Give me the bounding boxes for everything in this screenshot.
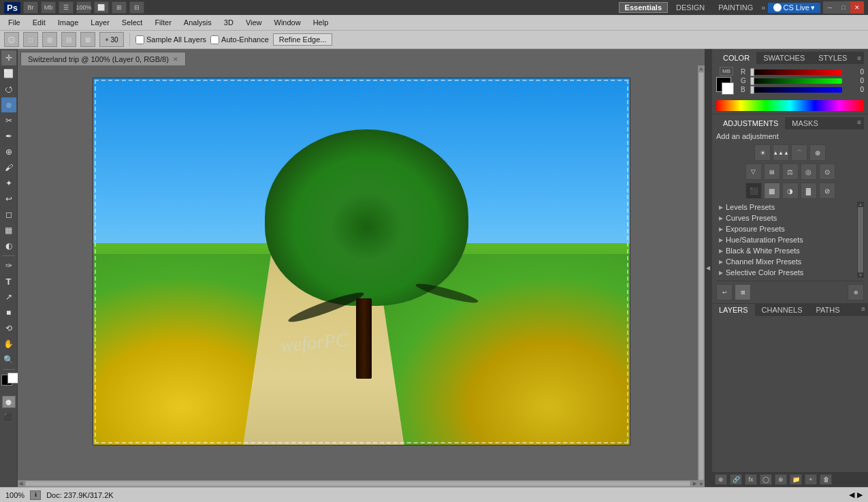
eraser-tool[interactable]: ◻ bbox=[1, 207, 16, 222]
layer-mask-icon[interactable]: ◯ bbox=[760, 474, 772, 485]
brush-size-display[interactable]: ● 30 bbox=[99, 32, 124, 47]
preset-hue-sat[interactable]: ▶ Hue/Saturation Presets bbox=[716, 234, 857, 245]
color-spectrum[interactable] bbox=[716, 100, 864, 111]
b-slider[interactable] bbox=[750, 87, 842, 93]
design-button[interactable]: DESIGN bbox=[671, 3, 710, 12]
layers-panel-menu-icon[interactable]: ≡ bbox=[858, 304, 868, 316]
curves-adj-icon[interactable]: ⌒ bbox=[791, 144, 807, 161]
gradient-tool[interactable]: ▦ bbox=[1, 223, 16, 238]
menu-file[interactable]: File bbox=[3, 17, 26, 28]
hue-sat-adj-icon[interactable]: ▽ bbox=[745, 163, 762, 180]
exposure-adj-icon[interactable]: ⊕ bbox=[809, 144, 826, 161]
layer-link-icon[interactable]: 🔗 bbox=[730, 474, 742, 485]
dodge-tool[interactable]: ◐ bbox=[1, 238, 16, 253]
menu-edit[interactable]: Edit bbox=[27, 17, 51, 28]
spot-healing-tool[interactable]: ⊕ bbox=[1, 144, 16, 159]
bw-adj-icon[interactable]: ⚖ bbox=[782, 163, 799, 180]
horizontal-scrollbar[interactable]: ◀ ▶ bbox=[18, 480, 698, 487]
tab-masks[interactable]: MASKS bbox=[785, 117, 825, 129]
zoom-display[interactable]: 100% bbox=[76, 1, 91, 14]
menu-3d[interactable]: 3D bbox=[219, 17, 239, 28]
close-tab-icon[interactable]: ✕ bbox=[173, 56, 178, 63]
channel-mixer-adj-icon[interactable]: ⊙ bbox=[819, 163, 835, 180]
adj-scroll-down[interactable]: ▼ bbox=[858, 273, 863, 277]
adj-panel-right-icon[interactable]: ⊗ bbox=[848, 284, 864, 300]
b-thumb[interactable] bbox=[750, 86, 754, 94]
eyedropper-tool[interactable]: ✒ bbox=[1, 129, 16, 144]
menu-analysis[interactable]: Analysis bbox=[178, 17, 217, 28]
levels-adj-icon[interactable]: ▲▲▲ bbox=[773, 144, 789, 161]
clone-stamp-tool[interactable]: ✦ bbox=[1, 176, 16, 191]
minimize-button[interactable]: ─ bbox=[823, 1, 837, 14]
adj-panel-menu-icon[interactable]: ≡ bbox=[854, 117, 864, 129]
scroll-left-arrow[interactable]: ◀ bbox=[18, 481, 24, 486]
maximize-button[interactable]: □ bbox=[837, 1, 850, 14]
scroll-right-arrow[interactable]: ▶ bbox=[692, 481, 698, 486]
sample-all-layers-input[interactable] bbox=[135, 35, 144, 44]
mb-button[interactable]: MB bbox=[720, 67, 733, 76]
zoom-tool[interactable]: 🔍 bbox=[1, 352, 16, 367]
menu-filter[interactable]: Filter bbox=[149, 17, 176, 28]
intersect-selection-icon[interactable]: ⊠ bbox=[80, 32, 95, 47]
tab-styles[interactable]: STYLES bbox=[811, 52, 854, 64]
tab-channels[interactable]: CHANNELS bbox=[755, 304, 809, 316]
mini-bridge-button[interactable]: Mb bbox=[41, 1, 56, 14]
tab-layers[interactable]: LAYERS bbox=[712, 304, 755, 316]
brush-tool[interactable]: 🖌 bbox=[1, 160, 16, 175]
canvas-container[interactable]: weforPC bbox=[18, 65, 705, 487]
preset-curves[interactable]: ▶ Curves Presets bbox=[716, 213, 857, 223]
quick-mask-button[interactable]: ⬤ bbox=[2, 396, 16, 408]
menu-image[interactable]: Image bbox=[52, 17, 84, 28]
history-brush-tool[interactable]: ↩ bbox=[1, 191, 16, 206]
scroll-up-arrow[interactable]: ▲ bbox=[699, 66, 704, 71]
preset-selective-color[interactable]: ▶ Selective Color Presets bbox=[716, 267, 857, 278]
document-tab[interactable]: Switzerland trip @ 100% (Layer 0, RGB/8)… bbox=[20, 52, 186, 65]
refine-edge-button[interactable]: Refine Edge... bbox=[273, 33, 333, 46]
layer-adj-icon[interactable]: ⊕ bbox=[775, 474, 787, 485]
color-panel-menu-icon[interactable]: ≡ bbox=[854, 53, 864, 63]
menu-window[interactable]: Window bbox=[269, 17, 306, 28]
menu-help[interactable]: Help bbox=[308, 17, 334, 28]
adj-presets-scrollbar[interactable]: ▲ ▼ bbox=[857, 202, 864, 278]
preset-exposure[interactable]: ▶ Exposure Presets bbox=[716, 223, 857, 234]
preset-bw[interactable]: ▶ Black & White Presets bbox=[716, 245, 857, 256]
new-layer-icon[interactable]: + bbox=[805, 474, 817, 485]
scroll-thumb[interactable] bbox=[698, 72, 704, 480]
vertical-scrollbar[interactable]: ▲ ▼ bbox=[698, 65, 705, 487]
close-button[interactable]: ✕ bbox=[850, 1, 864, 14]
delete-layer-icon[interactable]: 🗑 bbox=[820, 474, 832, 485]
g-slider[interactable] bbox=[750, 78, 842, 84]
g-thumb[interactable] bbox=[750, 77, 754, 85]
menu-layer[interactable]: Layer bbox=[85, 17, 115, 28]
bridge-button[interactable]: Br bbox=[23, 1, 38, 14]
adj-scroll-thumb[interactable] bbox=[858, 207, 863, 272]
screen-options-button[interactable]: ⊟ bbox=[129, 1, 144, 14]
tab-adjustments[interactable]: ADJUSTMENTS bbox=[716, 117, 785, 129]
threshold-adj-icon[interactable]: ◑ bbox=[782, 183, 799, 199]
scroll-h-thumb[interactable] bbox=[25, 481, 690, 486]
rectangular-marquee-tool[interactable]: ⬜ bbox=[1, 66, 16, 81]
r-thumb[interactable] bbox=[750, 68, 754, 76]
painting-button[interactable]: PAINTING bbox=[713, 3, 758, 12]
gradient-map-adj-icon[interactable]: ▓ bbox=[801, 183, 817, 199]
sample-all-layers-checkbox[interactable]: Sample All Layers bbox=[135, 35, 206, 44]
clip-to-layer-adj-icon[interactable]: ⊠ bbox=[735, 284, 751, 300]
hand-tool[interactable]: ✋ bbox=[1, 336, 16, 351]
tab-color[interactable]: COLOR bbox=[716, 52, 756, 64]
tab-paths[interactable]: PATHS bbox=[809, 304, 847, 316]
status-scroll-right-icon[interactable]: ▶ bbox=[857, 490, 863, 499]
brightness-adj-icon[interactable]: ☀ bbox=[754, 144, 771, 161]
layer-filter-icon[interactable]: ⊕ bbox=[715, 474, 727, 485]
panel-collapse-handle[interactable]: ◀ bbox=[705, 49, 711, 487]
crop-tool[interactable]: ✂ bbox=[1, 113, 16, 128]
lasso-tool[interactable]: ⭯ bbox=[1, 82, 16, 97]
rectangle-tool[interactable]: ■ bbox=[1, 305, 16, 320]
essentials-button[interactable]: Essentials bbox=[619, 2, 668, 13]
preset-levels[interactable]: ▶ Levels Presets bbox=[716, 202, 857, 213]
new-selection-icon[interactable]: □ bbox=[23, 32, 38, 47]
tab-swatches[interactable]: SWATCHES bbox=[756, 52, 811, 64]
path-selection-tool[interactable]: ↗ bbox=[1, 289, 16, 304]
status-info-button[interactable]: ℹ bbox=[30, 490, 41, 500]
background-color[interactable] bbox=[7, 373, 18, 383]
status-scroll-left-icon[interactable]: ◀ bbox=[849, 490, 854, 499]
